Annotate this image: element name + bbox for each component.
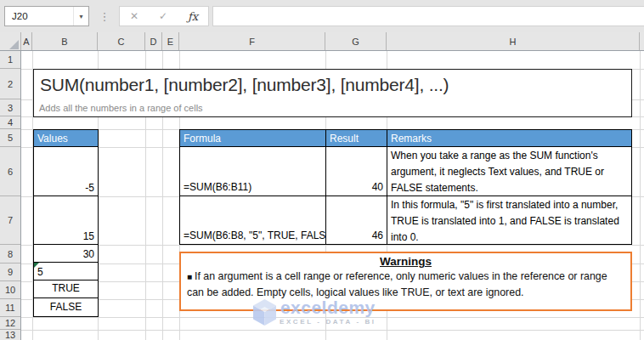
values-table-header[interactable]: Values [34,130,98,147]
row-header-column: 1 2 3 4 5 6 7 8 9 10 11 12 13 [0,51,21,340]
formula-bar-chrome: J20 ▾ ⋮ ✕ ✓ ƒx [0,0,644,32]
row-header-5[interactable]: 5 [0,129,20,147]
name-box-dropdown-icon[interactable]: ▾ [73,7,88,26]
exceldemy-watermark: exceldemy EXCEL - DATA - BI [253,298,376,326]
column-header-h[interactable]: H [387,32,640,51]
formula-table: Formula Result Remarks =SUM(B6:B11) 40 W… [179,129,632,245]
cell-formula-1[interactable]: =SUM(B6:B11) [180,147,326,196]
cell-b10[interactable]: TRUE [34,280,98,298]
watermark-brand-name: exceldemy [280,298,376,316]
cell-result-1[interactable]: 40 [326,147,387,196]
row-header-11[interactable]: 11 [0,299,20,317]
row-header-2[interactable]: 2 [0,69,20,99]
column-header-a[interactable]: A [21,32,32,51]
cell-b7[interactable]: 15 [34,196,98,245]
insert-function-icon[interactable]: ƒx [188,10,198,23]
select-all-corner[interactable] [0,32,21,51]
row-header-6[interactable]: 6 [0,147,20,196]
column-header-g[interactable]: G [325,32,387,51]
column-header-divider [0,50,644,51]
column-header-b[interactable]: B [32,32,98,51]
formula-input[interactable] [212,6,644,26]
row-header-3[interactable]: 3 [0,99,20,116]
watermark-tagline: EXCEL - DATA - BI [280,318,376,326]
function-syntax-title[interactable]: SUM(number1, [number2], [number3], [numb… [33,69,632,100]
row-header-8[interactable]: 8 [0,245,20,264]
column-header-e[interactable]: E [162,32,179,51]
row-header-9[interactable]: 9 [0,264,20,281]
name-box-value[interactable]: J20 [5,11,73,21]
cell-formula-2[interactable]: =SUM(B6:B8, "5", TRUE, FALSE) [180,196,326,244]
cell-result-2[interactable]: 46 [326,196,387,244]
row-header-7[interactable]: 7 [0,196,20,245]
row-header-13[interactable]: 13 [0,330,20,340]
column-header-partial[interactable] [640,32,644,51]
cell-b9[interactable]: 5 [34,263,98,280]
row-header-4[interactable]: 4 [0,116,20,129]
formula-table-header-remarks[interactable]: Remarks [387,130,631,147]
gridline [21,330,644,331]
cell-b11[interactable]: FALSE [34,298,98,316]
warnings-text: ■If an argument is a cell range or refer… [181,268,630,300]
row-header-10[interactable]: 10 [0,281,20,299]
exceldemy-logo-icon [253,299,276,326]
cell-b6[interactable]: -5 [34,147,98,196]
warnings-title: Warnings [181,255,630,268]
number-stored-as-text-indicator-icon [34,263,39,268]
formula-table-header-formula[interactable]: Formula [180,130,326,147]
cell-remark-2[interactable]: In this formula, "5" is first translated… [387,196,631,244]
column-header-c[interactable]: C [98,32,145,51]
excel-window: J20 ▾ ⋮ ✕ ✓ ƒx A B C D E F G H 1 2 3 4 5… [0,0,644,340]
formula-bar-buttons: ✕ ✓ ƒx [119,6,209,26]
cancel-icon[interactable]: ✕ [130,10,138,22]
formula-bar-splitter-icon[interactable]: ⋮ [99,6,110,26]
formula-table-header-result[interactable]: Result [326,130,387,147]
function-description[interactable]: Adds all the numbers in a range of cells [33,99,632,117]
gridline [21,245,644,246]
cell-b9-value: 5 [37,266,43,278]
values-table: Values -5 15 30 5 TRUE FALSE [33,129,99,317]
column-header-d[interactable]: D [145,32,162,51]
gridline [640,51,641,340]
watermark-text: exceldemy EXCEL - DATA - BI [280,298,376,326]
cell-b8[interactable]: 30 [34,245,98,263]
warnings-box[interactable]: Warnings ■If an argument is a cell range… [179,252,632,311]
row-header-1[interactable]: 1 [0,51,20,69]
row-header-12[interactable]: 12 [0,317,20,330]
name-box[interactable]: J20 ▾ [4,6,89,26]
cell-remark-1[interactable]: When you take a range as the SUM functio… [387,147,631,196]
warnings-body: If an argument is a cell range or refere… [187,270,607,298]
select-all-triangle-icon [9,40,19,49]
enter-icon[interactable]: ✓ [159,10,167,22]
square-bullet-icon: ■ [187,272,192,281]
column-header-f[interactable]: F [179,32,325,51]
